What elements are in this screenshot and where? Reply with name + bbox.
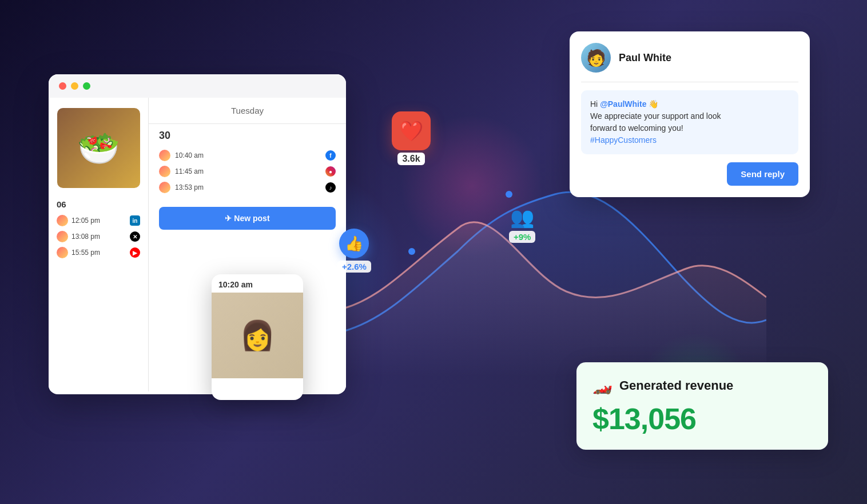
divider — [581, 82, 798, 82]
new-post-button[interactable]: ✈ New post — [159, 207, 336, 230]
youtube-icon: ▶ — [130, 247, 140, 258]
svg-point-0 — [506, 191, 512, 198]
sidebar-event-1: 12:05 pm in — [49, 213, 148, 229]
post-time: 10:20 am — [212, 274, 303, 293]
day-events-30: 10:40 am f 11:45 am ● 13:53 pm ♪ — [149, 145, 346, 198]
heart-value: 3.6k — [397, 153, 424, 165]
event-row-1: 10:40 am f — [149, 147, 346, 163]
users-pct: +9% — [509, 231, 535, 243]
event-mini-avatar-3 — [159, 182, 170, 193]
x-icon: ✕ — [130, 231, 140, 242]
event-mini-time-2: 11:45 am — [175, 167, 321, 175]
revenue-value: $13,056 — [592, 402, 812, 436]
revenue-label: Generated revenue — [619, 378, 733, 393]
event-mini-avatar-1 — [159, 150, 170, 161]
event-time-1: 12:05 pm — [71, 217, 126, 225]
thumbs-badge: 👍 +2.6% — [337, 229, 371, 273]
revenue-card: 🏎️ Generated revenue $13,056 — [576, 362, 828, 450]
users-badge: 👥 +9% — [509, 206, 535, 243]
thumbs-pct: +2.6% — [337, 261, 371, 273]
event-avatar-3 — [57, 247, 68, 258]
window-controls — [49, 74, 346, 98]
event-time-2: 13:08 pm — [71, 233, 126, 241]
maximize-dot[interactable] — [83, 82, 90, 90]
users-icon: 👥 — [510, 206, 534, 229]
post-image: 👩 — [212, 293, 303, 378]
heart-badge: ❤️ 3.6k — [392, 111, 431, 165]
food-image: 🥗 — [57, 108, 140, 188]
event-row-3: 13:53 pm ♪ — [149, 179, 346, 195]
svg-point-1 — [408, 248, 415, 255]
user-avatar: 🧑 — [581, 43, 611, 73]
reply-text-line2: We appreciate your support and look — [590, 110, 789, 122]
revenue-icon: 🏎️ — [592, 376, 613, 395]
event-time-3: 15:55 pm — [71, 249, 126, 257]
calendar-day-number: 30 — [149, 124, 346, 145]
calendar-day-header: Tuesday — [149, 98, 346, 124]
facebook-icon: f — [325, 150, 336, 161]
event-row-2: 11:45 am ● — [149, 163, 346, 179]
scene: 🥗 06 12:05 pm in 13:08 pm ✕ 15:55 pm ▶ — [0, 0, 867, 504]
wave-emoji: 👋 — [646, 99, 658, 109]
reply-user-row: 🧑 Paul White — [581, 43, 798, 73]
event-mini-time-3: 13:53 pm — [175, 183, 321, 191]
revenue-header: 🏎️ Generated revenue — [592, 376, 812, 395]
reply-text-line1: Hi @PaulWhite 👋 — [590, 98, 789, 110]
tiktok-icon: ♪ — [325, 182, 336, 193]
event-avatar-2 — [57, 231, 68, 242]
reply-text-line3: forward to welcoming you! — [590, 122, 789, 134]
reply-footer: Send reply — [581, 162, 798, 186]
heart-icon: ❤️ — [392, 111, 431, 150]
reply-message-box: Hi @PaulWhite 👋 We appreciate your suppo… — [581, 90, 798, 154]
user-name: Paul White — [619, 52, 671, 64]
post-preview-card: 10:20 am 👩 — [212, 274, 303, 400]
event-mini-avatar-2 — [159, 166, 170, 177]
hashtag-text: #HappyCustomers — [590, 134, 789, 146]
reply-card: 🧑 Paul White Hi @PaulWhite 👋 We apprecia… — [570, 31, 810, 197]
sidebar-col: 🥗 06 12:05 pm in 13:08 pm ✕ 15:55 pm ▶ — [49, 98, 149, 391]
sidebar-event-2: 13:08 pm ✕ — [49, 229, 148, 245]
event-avatar-1 — [57, 215, 68, 226]
linkedin-icon: in — [130, 215, 140, 226]
mention-text: @PaulWhite — [600, 99, 646, 109]
thumbs-icon: 👍 — [339, 229, 369, 258]
minimize-dot[interactable] — [71, 82, 78, 90]
sidebar-event-3: 15:55 pm ▶ — [49, 245, 148, 261]
send-reply-button[interactable]: Send reply — [727, 162, 798, 186]
close-dot[interactable] — [59, 82, 66, 90]
sidebar-date-06: 06 — [49, 193, 148, 213]
instagram-icon: ● — [325, 166, 336, 177]
event-mini-time-1: 10:40 am — [175, 151, 321, 159]
